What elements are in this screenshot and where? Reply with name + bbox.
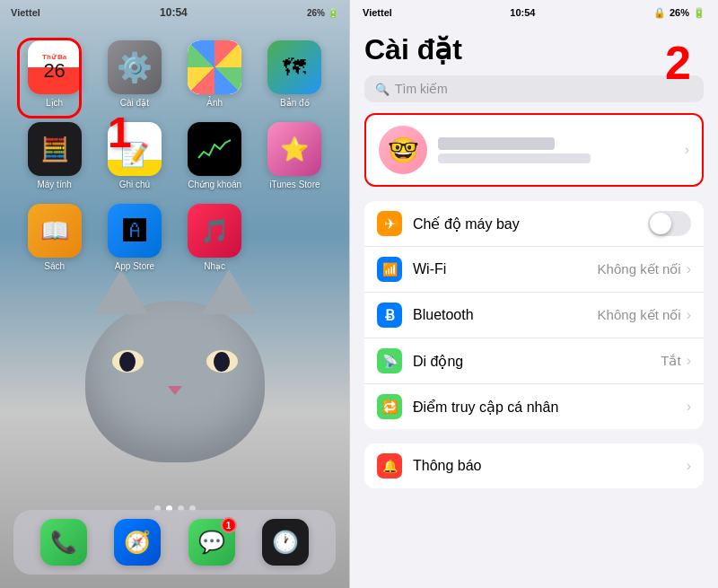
- app-books[interactable]: 📖 Sách: [18, 204, 91, 271]
- settings-icon-box[interactable]: ⚙️: [108, 40, 162, 94]
- airplane-toggle[interactable]: [648, 211, 691, 236]
- row-left-notifications: 🔔 Thông báo: [377, 453, 482, 478]
- settings-list: ✈ Chế độ máy bay 📶 Wi-Fi: [364, 201, 704, 429]
- search-icon: 🔍: [375, 83, 390, 96]
- appstore-label: App Store: [115, 261, 154, 271]
- music-icon-box[interactable]: 🎵: [188, 204, 241, 258]
- photos-gradient: [188, 40, 241, 94]
- settings-label: Cài đặt: [120, 98, 149, 108]
- dock-safari[interactable]: 🧭: [114, 519, 161, 566]
- settings-title: Cài đặt: [364, 32, 704, 66]
- settings-time: 10:54: [510, 7, 535, 18]
- row-right-airplane: [648, 211, 691, 236]
- right-panel: Viettel 10:54 🔒 26% 🔋 2 Cài đặt 🔍 Tìm ki…: [350, 0, 718, 588]
- search-placeholder-text: Tìm kiếm: [395, 82, 448, 96]
- stocks-icon-box[interactable]: [188, 122, 241, 176]
- photos-icon-box[interactable]: [188, 40, 241, 94]
- settings-row-cellular[interactable]: 📡 Di động Tắt ›: [364, 338, 704, 384]
- app-settings[interactable]: ⚙️ Cài đặt: [98, 40, 171, 108]
- settings-gear-icon: ⚙️: [117, 50, 153, 84]
- settings-row-wifi[interactable]: 📶 Wi-Fi Không kết nối ›: [364, 247, 704, 293]
- app-stocks[interactable]: Chứng khoán: [179, 122, 251, 189]
- row-left-hotspot: 🔁 Điểm truy cập cá nhân: [377, 394, 558, 419]
- app-maps[interactable]: 🗺 Bản đồ: [258, 40, 331, 108]
- bluetooth-icon-symbol: Ƀ: [385, 307, 395, 324]
- hotspot-icon-symbol: 🔁: [382, 399, 398, 414]
- wifi-chevron-icon: ›: [687, 261, 691, 277]
- bluetooth-value: Không kết nối: [598, 307, 681, 323]
- dock-phone[interactable]: 📞: [40, 519, 87, 566]
- bluetooth-label: Bluetooth: [413, 307, 474, 323]
- avatar-emoji: 🤓: [388, 136, 419, 165]
- settings-header: Cài đặt 🔍 Tìm kiếm: [350, 25, 718, 113]
- safari-icon: 🧭: [124, 530, 151, 555]
- row-right-hotspot: ›: [687, 399, 691, 415]
- app-itunes[interactable]: ⭐ iTunes Store: [258, 122, 331, 189]
- phone-icon: 📞: [50, 530, 77, 555]
- settings-row-bluetooth[interactable]: Ƀ Bluetooth Không kết nối ›: [364, 293, 704, 338]
- settings-row-notifications[interactable]: 🔔 Thông báo ›: [364, 443, 704, 488]
- music-label: Nhạc: [204, 261, 225, 271]
- row-left-cellular: 📡 Di động: [377, 348, 463, 373]
- notification-icon-symbol: 🔔: [382, 459, 398, 473]
- cellular-label: Di động: [413, 353, 463, 370]
- left-panel: Viettel 10:54 26% 🔋 Thứ Ba 26 Lịch ⚙️ Cà…: [0, 0, 350, 588]
- itunes-icon-box[interactable]: ⭐: [267, 122, 321, 176]
- notifications-chevron-icon: ›: [687, 458, 691, 474]
- calculator-label: Máy tính: [37, 180, 71, 189]
- wifi-icon: 📶: [377, 257, 402, 282]
- app-calculator[interactable]: 🧮 Máy tính: [18, 122, 91, 189]
- bluetooth-chevron-icon: ›: [687, 307, 691, 323]
- settings-row-airplane[interactable]: ✈ Chế độ máy bay: [364, 201, 704, 247]
- dock-messages[interactable]: 💬 1: [188, 519, 235, 566]
- settings-status-bar: Viettel 10:54 🔒 26% 🔋: [350, 0, 718, 25]
- calculator-icon-box[interactable]: 🧮: [28, 122, 82, 176]
- notifications-label: Thông báo: [413, 458, 482, 474]
- row-left-bluetooth: Ƀ Bluetooth: [377, 303, 474, 328]
- app-photos[interactable]: Ảnh: [179, 40, 251, 108]
- calculator-icon: 🧮: [40, 136, 69, 163]
- notification-icon: 🔔: [377, 453, 402, 478]
- books-icon-box[interactable]: 📖: [28, 204, 82, 258]
- stocks-chart: [197, 136, 232, 162]
- airplane-mode-icon: ✈: [377, 211, 402, 236]
- clock-icon-box[interactable]: 🕐: [262, 519, 309, 566]
- dock: 📞 🧭 💬 1 🕐: [13, 510, 336, 575]
- cat-nose: [168, 386, 182, 395]
- hotspot-icon: 🔁: [377, 394, 402, 419]
- battery-percent: 26%: [307, 8, 325, 18]
- dock-clock[interactable]: 🕐: [262, 519, 309, 566]
- app-music[interactable]: 🎵 Nhạc: [179, 204, 251, 271]
- battery-info: 26% 🔋: [307, 8, 338, 18]
- maps-icon-box[interactable]: 🗺: [267, 40, 321, 94]
- profile-name: [438, 137, 555, 150]
- profile-section[interactable]: 🤓 ›: [364, 113, 704, 187]
- safari-icon-box[interactable]: 🧭: [114, 519, 161, 566]
- itunes-icon: ⭐: [280, 136, 309, 163]
- books-label: Sách: [44, 261, 65, 271]
- books-icon: 📖: [40, 217, 69, 245]
- battery-icon: 🔋: [328, 8, 338, 18]
- search-bar[interactable]: 🔍 Tìm kiếm: [364, 75, 704, 102]
- cat-illustration: [58, 265, 292, 516]
- cellular-value: Tắt: [661, 353, 680, 369]
- settings-battery-icon: 🔋: [693, 7, 705, 19]
- cat-eye-right: [206, 350, 238, 373]
- notes-label: Ghi chú: [119, 180, 150, 189]
- carrier: Viettel: [11, 7, 40, 18]
- cat-pupil-left: [119, 352, 136, 372]
- maps-label: Bản đồ: [280, 98, 310, 108]
- settings-row-hotspot[interactable]: 🔁 Điểm truy cập cá nhân ›: [364, 384, 704, 429]
- appstore-icon-box[interactable]: 🅰: [108, 204, 162, 258]
- row-right-notifications: ›: [687, 458, 691, 474]
- messages-badge: 1: [221, 517, 237, 533]
- wifi-value: Không kết nối: [598, 261, 681, 277]
- itunes-label: iTunes Store: [269, 180, 320, 189]
- settings-highlight: [17, 38, 82, 118]
- status-bar: Viettel 10:54 26% 🔋: [0, 0, 349, 25]
- phone-icon-box[interactable]: 📞: [40, 519, 87, 566]
- photos-label: Ảnh: [206, 98, 223, 108]
- app-appstore[interactable]: 🅰 App Store: [98, 204, 171, 271]
- profile-chevron-icon: ›: [685, 142, 689, 158]
- cat-eye-left: [112, 350, 144, 373]
